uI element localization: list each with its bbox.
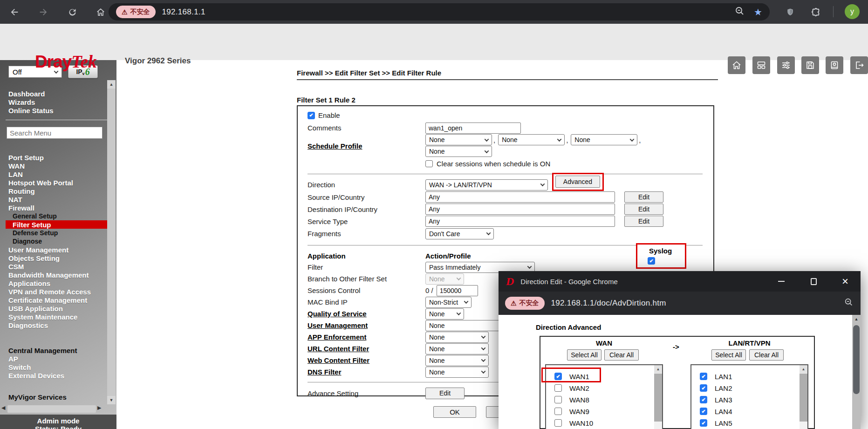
enable-checkbox[interactable]: ✔ <box>308 112 315 119</box>
sidebar-item-routing[interactable]: Routing <box>0 187 116 195</box>
url-content-filter-select[interactable]: None <box>425 343 489 354</box>
url-text[interactable]: 192.168.1.1 <box>162 7 205 17</box>
not-secure-badge[interactable]: ⚠ 不安全 <box>116 6 156 18</box>
destination-ip-input[interactable] <box>425 204 615 215</box>
sidebar-item-objects-setting[interactable]: Objects Setting <box>0 254 116 262</box>
source-ip-input[interactable] <box>425 191 615 203</box>
qos-link[interactable]: Quality of Service <box>308 310 425 318</box>
popup-url-text[interactable]: 192.168.1.1/doc/AdvDirtion.htm <box>551 299 666 308</box>
popup-scrollbar[interactable]: ▲ <box>852 315 861 429</box>
schedule-select-1[interactable]: None <box>425 134 492 145</box>
close-button[interactable]: × <box>834 271 856 292</box>
lan3-checkbox[interactable]: ✔ <box>700 396 707 403</box>
home-icon[interactable] <box>95 6 107 18</box>
fragments-select[interactable]: Don't Care <box>425 228 494 239</box>
sidebar-item-filter-setup[interactable]: Filter Setup <box>6 220 108 229</box>
scroll-up-icon[interactable]: ▲ <box>107 80 116 89</box>
sidebar-item-general-setup[interactable]: General Setup <box>0 212 116 220</box>
header-logout-button[interactable] <box>850 56 868 74</box>
web-content-filter-link[interactable]: Web Content Filter <box>308 356 425 364</box>
sidebar-item-firewall[interactable]: Firewall <box>0 204 116 212</box>
sidebar-item-vpn-remote-access[interactable]: VPN and Remote Access <box>0 287 116 296</box>
sidebar-item-system-maintenance[interactable]: System Maintenance <box>0 313 116 321</box>
extensions-icon[interactable] <box>810 6 822 18</box>
sidebar-item-usb-application[interactable]: USB Application <box>0 304 116 313</box>
direction-advanced-button[interactable]: Advanced <box>555 176 600 188</box>
sidebar-item-external-devices[interactable]: External Devices <box>0 371 116 380</box>
bookmark-star-icon[interactable]: ★ <box>754 7 762 18</box>
wan-select-all-button[interactable]: Select All <box>567 349 601 361</box>
sidebar-item-csm[interactable]: CSM <box>0 262 116 271</box>
sidebar-item-wan[interactable]: WAN <box>0 162 116 170</box>
zoom-out-icon[interactable] <box>734 6 745 19</box>
header-manual-button[interactable] <box>826 56 843 74</box>
source-edit-button[interactable]: Edit <box>624 191 663 203</box>
sidebar-item-defense-setup[interactable]: Defense Setup <box>0 229 116 237</box>
scroll-down-icon[interactable]: ▼ <box>107 396 116 404</box>
header-save-button[interactable] <box>801 56 819 74</box>
popup-zoom-icon[interactable] <box>844 297 854 309</box>
wan-clear-all-button[interactable]: Clear All <box>604 349 639 361</box>
clear-sessions-checkbox[interactable]: ✔ <box>425 160 433 167</box>
reload-icon[interactable] <box>66 6 78 18</box>
popup-address-bar[interactable]: ⚠ 不安全 192.168.1.1/doc/AdvDirtion.htm <box>499 292 861 315</box>
scroll-up-icon[interactable]: ▲ <box>654 365 662 373</box>
app-enforcement-link[interactable]: APP Enforcement <box>308 333 425 341</box>
sidebar-item-certificate-management[interactable]: Certificate Management <box>0 296 116 304</box>
comments-input[interactable] <box>425 123 521 134</box>
shield-icon[interactable] <box>784 6 796 18</box>
scrollbar-thumb[interactable] <box>800 374 807 422</box>
sidebar-item-applications[interactable]: Applications <box>0 279 116 287</box>
wan-list-scrollbar[interactable]: ▲ <box>654 365 662 429</box>
sidebar-item-nat[interactable]: NAT <box>0 195 116 204</box>
sidebar-item-switch[interactable]: Switch <box>0 363 116 371</box>
service-edit-button[interactable]: Edit <box>624 216 663 227</box>
mac-bind-select[interactable]: Non-Strict <box>425 297 472 308</box>
header-dashboard-button[interactable] <box>752 56 770 74</box>
header-home-button[interactable] <box>728 56 745 74</box>
direction-select[interactable]: WAN -> LAN/RT/VPN <box>425 179 548 191</box>
sidebar-item-ap[interactable]: AP <box>0 354 116 363</box>
advance-setting-edit-button[interactable]: Edit <box>425 388 465 399</box>
scroll-up-icon[interactable]: ▲ <box>800 365 807 373</box>
wan10-checkbox[interactable]: ✔ <box>554 419 562 427</box>
minimize-button[interactable] <box>771 271 792 292</box>
schedule-select-3[interactable]: None <box>571 134 637 145</box>
sidebar-item-wizards[interactable]: Wizards <box>8 98 54 107</box>
sidebar-item-port-setup[interactable]: Port Setup <box>0 153 116 162</box>
scrollbar-thumb[interactable] <box>654 374 662 422</box>
qos-select[interactable]: None <box>425 308 464 320</box>
schedule-select-2[interactable]: None <box>498 134 565 145</box>
lan1-checkbox[interactable]: ✔ <box>700 373 707 380</box>
scrollbar-thumb[interactable] <box>853 325 860 394</box>
wan8-checkbox[interactable]: ✔ <box>554 396 562 403</box>
wan2-checkbox[interactable]: ✔ <box>554 384 562 392</box>
lan2-checkbox[interactable]: ✔ <box>700 384 707 392</box>
maximize-button[interactable] <box>803 271 824 292</box>
lan4-checkbox[interactable]: ✔ <box>700 408 707 415</box>
wan9-checkbox[interactable]: ✔ <box>554 408 562 415</box>
address-bar[interactable]: ⚠ 不安全 192.168.1.1 ★ <box>109 3 770 20</box>
sidebar-item-online-status[interactable]: Online Status <box>8 107 54 115</box>
sessions-limit-input[interactable] <box>437 285 478 296</box>
back-icon[interactable] <box>8 6 21 18</box>
lan-select-all-button[interactable]: Select All <box>711 349 746 361</box>
header-settings-button[interactable] <box>777 56 795 74</box>
syslog-checkbox[interactable]: ✔ <box>648 257 655 265</box>
forward-icon[interactable] <box>37 6 49 18</box>
lan5-checkbox[interactable]: ✔ <box>700 419 707 427</box>
popup-not-secure-badge[interactable]: ⚠ 不安全 <box>505 297 545 310</box>
app-enforcement-select[interactable]: None <box>425 332 489 343</box>
sidebar-vertical-scrollbar[interactable]: ▲ ▼ <box>107 80 116 404</box>
sidebar-item-lan[interactable]: LAN <box>0 170 116 178</box>
scroll-right-icon[interactable]: ▶ <box>97 405 101 411</box>
destination-edit-button[interactable]: Edit <box>624 204 663 215</box>
lan-list-scrollbar[interactable]: ▲ <box>800 365 807 429</box>
schedule-select-4[interactable]: None <box>425 146 492 157</box>
ok-button[interactable]: OK <box>433 406 476 418</box>
dns-filter-select[interactable]: None <box>425 367 489 378</box>
sidebar-item-user-management[interactable]: User Management <box>0 245 116 254</box>
lan-clear-all-button[interactable]: Clear All <box>749 349 784 361</box>
scroll-up-icon[interactable]: ▲ <box>852 315 861 323</box>
user-management-link[interactable]: User Management <box>308 321 425 329</box>
